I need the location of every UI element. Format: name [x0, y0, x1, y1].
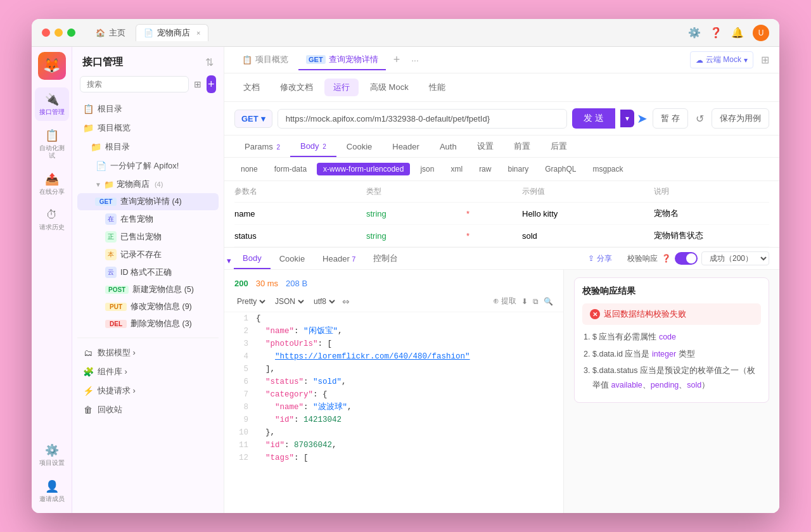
param-tab-header[interactable]: Header — [382, 137, 430, 156]
api-item-bad-id[interactable]: 云 ID 格式不正确 — [77, 263, 219, 281]
wrap-icon[interactable]: ⇔ — [342, 296, 350, 307]
param-example-status: sold — [522, 231, 649, 241]
help-icon[interactable]: ❓ — [710, 27, 722, 39]
code-line: 8 "name": "波波球", — [224, 401, 563, 414]
sort-icon[interactable]: ⇅ — [205, 56, 214, 68]
encoding-select[interactable]: utf8 — [311, 296, 337, 307]
api-item-put[interactable]: PUT 修改宠物信息 (9) — [77, 298, 219, 315]
api-item-not-found[interactable]: 本 记录不存在 — [77, 246, 219, 263]
resp-tab-cookie[interactable]: Cookie — [271, 249, 314, 269]
pet-store-folder[interactable]: ▼ 📁 宠物商店 (4) — [77, 175, 219, 193]
body-type-none[interactable]: none — [234, 163, 264, 175]
sidebar-item-share[interactable]: 📤 在线分享 — [35, 167, 69, 201]
nav-item-data-model[interactable]: 🗂 数据模型 › — [77, 343, 219, 362]
close-traffic-light[interactable] — [42, 28, 50, 37]
param-tab-pre[interactable]: 前置 — [504, 136, 540, 157]
pretty-select[interactable]: Pretty — [234, 296, 267, 307]
resp-tab-console[interactable]: 控制台 — [364, 248, 407, 269]
send-button[interactable]: 发 送 — [572, 108, 615, 129]
tab-project-overview[interactable]: 📋 项目概览 — [234, 50, 296, 70]
bell-icon[interactable]: 🔔 — [731, 27, 744, 39]
split-view-button[interactable]: ⊞ — [761, 54, 769, 66]
body-type-json[interactable]: json — [414, 163, 440, 175]
code-line: 10 }, — [224, 426, 563, 439]
nav-item-quick-request[interactable]: ⚡ 快捷请求 › — [77, 381, 219, 400]
search-icon[interactable]: 🔍 — [544, 297, 553, 306]
body-type-msgpack[interactable]: msgpack — [587, 163, 630, 175]
sidebar-item-api[interactable]: 🔌 接口管理 — [35, 87, 69, 121]
avatar[interactable]: U — [753, 25, 769, 41]
sub-tab-perf[interactable]: 性能 — [420, 79, 454, 96]
param-tab-params[interactable]: Params 2 — [234, 137, 290, 156]
nav-item-root[interactable]: 📁 根目录 — [77, 137, 219, 156]
body-type-xml[interactable]: xml — [444, 163, 469, 175]
sub-tab-mock[interactable]: 高级 Mock — [361, 79, 418, 96]
tree-title: 接口管理 — [82, 56, 123, 69]
body-type-form-data[interactable]: form-data — [268, 163, 313, 175]
resp-tab-body[interactable]: Body — [234, 248, 271, 269]
sub-tab-run[interactable]: 运行 — [324, 79, 359, 96]
format-select[interactable]: JSON — [272, 296, 306, 307]
nav-item-api[interactable]: 📁 项目概览 — [77, 118, 219, 137]
add-button[interactable]: + — [207, 75, 217, 93]
sub-tab-edit[interactable]: 修改文档 — [271, 79, 322, 96]
pet-store-tab[interactable]: 📄 宠物商店 × — [136, 24, 208, 41]
nav-item-overview[interactable]: 📋 根目录 — [77, 99, 219, 118]
api-item-get-pet[interactable]: GET 查询宠物详情 (4) — [77, 193, 219, 210]
titlebar-actions: ⚙️ ❓ 🔔 U — [688, 25, 769, 41]
param-tab-settings[interactable]: 设置 — [467, 136, 504, 157]
method-get-badge: GET — [95, 198, 117, 206]
param-tab-post[interactable]: 后置 — [540, 136, 577, 157]
refresh-button[interactable]: ↺ — [693, 110, 706, 127]
body-type-raw[interactable]: raw — [473, 163, 497, 175]
add-tab-button[interactable]: + — [388, 53, 406, 66]
body-type-graphql[interactable]: GraphQL — [539, 163, 582, 175]
param-tab-cookie[interactable]: Cookie — [336, 137, 382, 156]
save-temp-button[interactable]: 暂 存 — [653, 108, 688, 129]
maximize-traffic-light[interactable] — [67, 28, 75, 37]
method-select[interactable]: GET ▾ — [234, 110, 272, 128]
sidebar-item-auto[interactable]: 📋 自动化测试 — [35, 124, 69, 165]
collapse-icon[interactable]: ▾ — [224, 252, 234, 265]
settings-icon[interactable]: ⚙️ — [688, 27, 701, 39]
api-item-sold-pets[interactable]: 正 已售出宠物 — [77, 228, 219, 246]
body-type-urlencoded[interactable]: x-www-form-urlencoded — [317, 163, 410, 175]
sub-tab-doc[interactable]: 文档 — [234, 79, 269, 96]
search-input[interactable] — [80, 76, 189, 92]
api-item-del[interactable]: DEL 删除宠物信息 (3) — [77, 315, 219, 332]
validate-label: 校验响应 — [627, 253, 658, 264]
param-tab-auth[interactable]: Auth — [430, 137, 467, 156]
share-button[interactable]: ⇪ 分享 — [583, 251, 617, 267]
url-input[interactable] — [278, 109, 568, 129]
api-item-active-pets[interactable]: 在 在售宠物 — [77, 210, 219, 228]
nav-item-components[interactable]: 🧩 组件库 › — [77, 362, 219, 381]
filter-button[interactable]: ⊞ — [193, 75, 203, 93]
home-tab[interactable]: 🏠 主页 — [88, 25, 133, 41]
body-type-bar: none form-data x-www-form-urlencoded jso… — [224, 158, 779, 181]
post-label: 新建宠物信息 (5) — [132, 284, 194, 295]
save-example-button[interactable]: 保存为用例 — [712, 108, 769, 129]
trash-label: 回收站 — [98, 404, 122, 415]
download-icon[interactable]: ⬇ — [521, 297, 528, 306]
help-circle-icon[interactable]: ❓ — [661, 254, 671, 263]
nav-item-apidoc[interactable]: 📄 一分钟了解 Apifox! — [77, 156, 219, 175]
resp-tab-header[interactable]: Header 7 — [314, 249, 364, 269]
send-dropdown-button[interactable]: ▾ — [620, 110, 634, 127]
tab-close-icon[interactable]: × — [196, 29, 200, 37]
body-type-binary[interactable]: binary — [501, 163, 535, 175]
folder-name: 宠物商店 — [117, 179, 150, 190]
param-tab-body[interactable]: Body 2 — [290, 136, 336, 157]
validate-switch[interactable] — [675, 252, 698, 265]
api-item-post[interactable]: POST 新建宠物信息 (5) — [77, 281, 219, 298]
status-select[interactable]: 成功（200） — [701, 251, 769, 265]
minimize-traffic-light[interactable] — [54, 28, 63, 37]
cloud-mock-button[interactable]: ☁ 云端 Mock ▾ — [690, 51, 753, 68]
more-tabs-button[interactable]: ··· — [407, 55, 423, 65]
tab-api-detail[interactable]: GET 查询宠物详情 — [298, 50, 386, 70]
copy-icon[interactable]: ⧉ — [533, 297, 539, 306]
sidebar-item-history[interactable]: ⏱ 请求历史 — [35, 203, 69, 236]
sidebar-item-project-settings[interactable]: ⚙️ 项目设置 — [35, 438, 69, 472]
extract-icon[interactable]: ⊕ 提取 — [493, 296, 516, 307]
sidebar-item-invite[interactable]: 👤 邀请成员 — [35, 474, 69, 508]
nav-item-trash[interactable]: 🗑 回收站 — [77, 400, 219, 419]
